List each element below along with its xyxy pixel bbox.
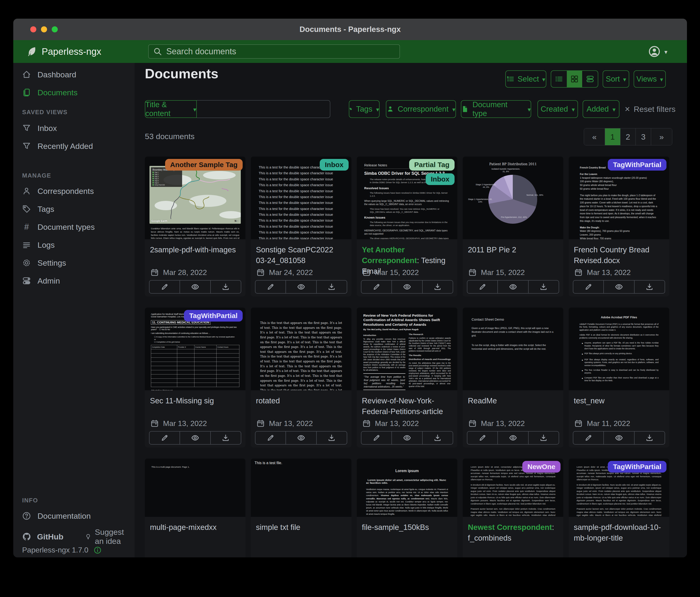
global-search[interactable]: [148, 45, 400, 58]
download-document-button[interactable]: [316, 280, 347, 294]
sort-button[interactable]: Sort ▾: [603, 70, 629, 88]
document-card[interactable]: Lorem ipsum dolor sit amet, consectetur …: [569, 459, 669, 557]
document-card[interactable]: This is a multi page document. Page 1. m…: [145, 459, 246, 557]
tags-filter-button[interactable]: Tags ▾: [349, 100, 380, 118]
sidebar-item-document-types[interactable]: # Document types: [13, 219, 134, 234]
sidebar-item-dashboard[interactable]: Dashboard: [13, 67, 134, 82]
document-thumbnail[interactable]: Lorem ipsum dolor sit amet, consectetur …: [463, 459, 563, 517]
download-document-button[interactable]: [316, 431, 347, 445]
document-thumbnail[interactable]: Release Notes Simba ODBC Driver for SQL …: [357, 157, 457, 239]
document-card[interactable]: Review of New York Federal Petitions for…: [357, 308, 457, 447]
document-thumbnail[interactable]: This is a test for the double space char…: [251, 157, 351, 239]
download-document-button[interactable]: [528, 431, 559, 445]
sidebar-item-settings[interactable]: Settings: [13, 255, 134, 270]
card-title[interactable]: test_new: [569, 390, 669, 419]
preview-document-button[interactable]: [179, 431, 210, 445]
preview-document-button[interactable]: [285, 431, 316, 445]
sidebar-item-inbox[interactable]: Inbox: [13, 121, 134, 136]
edit-document-button[interactable]: [361, 280, 392, 294]
title-content-filter-input[interactable]: [197, 100, 330, 118]
document-card[interactable]: Release Notes Simba ODBC Driver for SQL …: [357, 157, 457, 296]
views-button[interactable]: Views ▾: [634, 70, 666, 88]
card-title[interactable]: file-sample_150kBs: [357, 517, 457, 545]
document-thumbnail[interactable]: Contact Sheet DemoGiven a set of image f…: [463, 308, 563, 390]
created-filter-button[interactable]: Created ▾: [538, 100, 578, 118]
card-title[interactable]: ReadMe: [463, 390, 563, 419]
card-title[interactable]: 2011 BP Pie 2: [463, 239, 563, 268]
document-thumbnail[interactable]: This is a test file.: [251, 459, 351, 517]
view-details-button[interactable]: [582, 71, 598, 87]
card-title[interactable]: French Country Bread Revised.docx: [569, 239, 669, 268]
document-card[interactable]: Lorem ipsum dolor sit amet, consectetur …: [463, 459, 563, 557]
download-document-button[interactable]: [634, 431, 665, 445]
preview-document-button[interactable]: [497, 280, 528, 294]
document-card[interactable]: Boundary Waters TripDay 1Day 2Day 3Day 4…: [145, 157, 246, 296]
view-grid-button[interactable]: [567, 71, 582, 87]
edit-document-button[interactable]: [149, 280, 179, 294]
document-thumbnail[interactable]: French Country Bread For the Leaven1 hea…: [569, 157, 669, 239]
document-thumbnail[interactable]: Patient BP Distribution 2011 Normal, 151…: [463, 157, 563, 239]
tag-badge[interactable]: Partial Tag: [409, 159, 454, 171]
card-correspondent[interactable]: Yet Another Correspondent: [362, 245, 417, 265]
document-card[interactable]: French Country Bread For the Leaven1 hea…: [569, 157, 669, 296]
pagination-prev-button[interactable]: «: [584, 128, 605, 145]
tag-badge[interactable]: TagWithPartial: [608, 461, 667, 473]
tag-badge[interactable]: Inbox: [426, 173, 454, 185]
sidebar-item-correspondents[interactable]: Correspondents: [13, 184, 134, 198]
document-card[interactable]: Patient BP Distribution 2011 Normal, 151…: [463, 157, 563, 296]
tag-badge[interactable]: NewOne: [522, 461, 560, 473]
preview-document-button[interactable]: [497, 431, 528, 445]
preview-document-button[interactable]: [179, 280, 210, 294]
added-filter-button[interactable]: Added ▾: [583, 100, 620, 118]
sidebar-item-suggest-idea[interactable]: Suggest an idea: [85, 528, 134, 546]
user-menu[interactable]: ▾: [648, 40, 667, 63]
edit-document-button[interactable]: [255, 280, 285, 294]
document-card[interactable]: Adobe Acrobat PDF Files Adobe® Portable …: [569, 308, 669, 447]
edit-document-button[interactable]: [149, 431, 179, 445]
tag-badge[interactable]: Inbox: [320, 159, 349, 171]
correspondent-filter-button[interactable]: Correspondent ▾: [386, 100, 456, 118]
document-card[interactable]: Lorem ipsum Lorem ipsum dolor sit amet, …: [357, 459, 457, 557]
download-document-button[interactable]: [422, 431, 453, 445]
tag-badge[interactable]: Another Sample Tag: [165, 159, 243, 171]
preview-document-button[interactable]: [603, 431, 634, 445]
document-card[interactable]: This is a test file. simple txt file: [251, 459, 351, 557]
preview-document-button[interactable]: [392, 280, 422, 294]
download-document-button[interactable]: [528, 280, 559, 294]
sidebar-item-github[interactable]: GitHub: [22, 532, 63, 541]
document-thumbnail[interactable]: Application for Medical Staff MembersGoo…: [145, 308, 246, 390]
preview-document-button[interactable]: [392, 431, 422, 445]
card-title[interactable]: Review-of-New-York-Federal-Petitions-art…: [357, 390, 457, 419]
pagination-page-2[interactable]: 2: [620, 128, 636, 145]
document-thumbnail[interactable]: Review of New York Federal Petitions for…: [357, 308, 457, 390]
card-title[interactable]: Sonstige ScanPC2022 03-24_081058: [251, 239, 351, 268]
reset-filters-button[interactable]: × Reset filters: [625, 100, 676, 118]
download-document-button[interactable]: [210, 431, 241, 445]
sidebar-item-recently-added[interactable]: Recently Added: [13, 139, 134, 153]
document-type-filter-button[interactable]: Document type ▾: [461, 100, 531, 118]
document-thumbnail[interactable]: Lorem ipsum Lorem ipsum dolor sit amet, …: [357, 459, 457, 517]
preview-document-button[interactable]: [285, 280, 316, 294]
document-card[interactable]: Contact Sheet DemoGiven a set of image f…: [463, 308, 563, 447]
document-thumbnail[interactable]: Adobe Acrobat PDF Files Adobe® Portable …: [569, 308, 669, 390]
card-correspondent[interactable]: Newest Correspondent: [468, 523, 552, 531]
pagination-page-3[interactable]: 3: [636, 128, 651, 145]
edit-document-button[interactable]: [467, 280, 497, 294]
sidebar-item-documents[interactable]: Documents: [13, 85, 134, 100]
document-thumbnail[interactable]: Lorem ipsum dolor sit amet, consectetur …: [569, 459, 669, 517]
card-title[interactable]: Sec 11-Missing sig: [145, 390, 246, 419]
title-content-filter-button[interactable]: Title & content ▾: [145, 100, 197, 118]
sidebar-item-logs[interactable]: Logs: [13, 237, 134, 253]
preview-document-button[interactable]: [603, 280, 634, 294]
select-button[interactable]: Select ▾: [505, 70, 546, 88]
document-thumbnail[interactable]: This is the text that appears on the fir…: [251, 308, 351, 390]
download-document-button[interactable]: [634, 280, 665, 294]
edit-document-button[interactable]: [573, 280, 603, 294]
edit-document-button[interactable]: [361, 431, 392, 445]
download-document-button[interactable]: [210, 280, 241, 294]
card-title[interactable]: 2sample-pdf-with-images: [145, 239, 246, 268]
edit-document-button[interactable]: [255, 431, 285, 445]
document-thumbnail[interactable]: This is a multi page document. Page 1.: [145, 459, 246, 517]
sidebar-item-admin[interactable]: Admin: [13, 273, 134, 288]
card-title[interactable]: simple txt file: [251, 517, 351, 545]
